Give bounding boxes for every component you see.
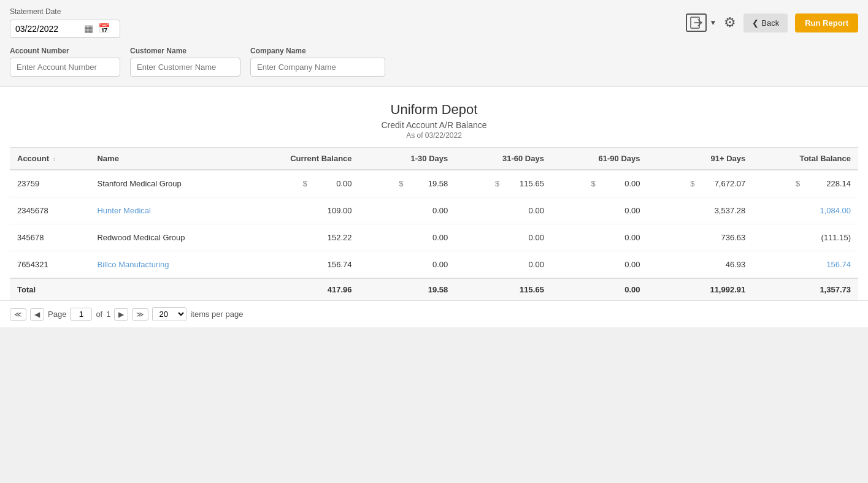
col-61-90-label: 61-90 Days xyxy=(599,154,640,163)
account-number-label: Account Number xyxy=(10,47,120,55)
statement-date-label: Statement Date xyxy=(10,7,120,16)
col-91-plus-days[interactable]: 91+ Days xyxy=(648,148,753,170)
col-1-30-days[interactable]: 1-30 Days xyxy=(359,148,456,170)
col-current-balance[interactable]: Current Balance xyxy=(244,148,359,170)
customer-name-input[interactable] xyxy=(130,58,240,77)
cell-total-balance: 156.74 xyxy=(753,251,858,279)
total-61-90: 0.00 xyxy=(551,278,648,300)
cell-total-balance: 1,084.00 xyxy=(753,197,858,224)
cell-31-60-days: 0.00 xyxy=(455,197,551,224)
back-button[interactable]: ❮ Back xyxy=(743,13,788,32)
cell-account: 345678 xyxy=(10,224,90,251)
total-current-balance: 417.96 xyxy=(244,278,359,300)
report-area: Uniform Depot Credit Account A/R Balance… xyxy=(0,87,868,327)
of-label: of xyxy=(96,310,102,319)
table-row: 345678Redwood Medical Group152.220.000.0… xyxy=(10,224,858,251)
customer-name-group: Customer Name xyxy=(130,47,240,77)
last-page-button[interactable]: ≫ xyxy=(132,308,148,321)
col-name[interactable]: Name xyxy=(90,148,244,170)
report-subtitle: Credit Account A/R Balance xyxy=(0,120,868,130)
cell-1-30-days: 0.00 xyxy=(359,197,456,224)
col-91-plus-label: 91+ Days xyxy=(711,154,746,163)
report-title: Uniform Depot xyxy=(0,102,868,118)
col-account[interactable]: Account ↕ xyxy=(10,148,90,170)
page-total: 1 xyxy=(106,310,110,319)
table-row: 2345678Hunter Medical109.000.000.000.003… xyxy=(10,197,858,224)
calendar-icon-btn[interactable]: ▦ xyxy=(83,24,94,34)
cell-1-30-days: 0.00 xyxy=(359,224,456,251)
col-31-60-label: 31-60 Days xyxy=(502,154,544,163)
table-container: Account ↕ Name Current Balance 1-30 Days… xyxy=(0,147,868,300)
calendar-picker-icon: 📅 xyxy=(98,23,110,34)
next-page-button[interactable]: ▶ xyxy=(114,308,128,321)
cell-total-balance: $228.14 xyxy=(753,170,858,197)
report-header: Uniform Depot Credit Account A/R Balance… xyxy=(0,87,868,147)
company-name-group: Company Name xyxy=(250,47,385,77)
export-svg xyxy=(689,16,703,29)
items-per-page-label: items per page xyxy=(190,310,243,319)
settings-button[interactable]: ⚙ xyxy=(724,15,736,31)
cell-91-plus-days: 736.63 xyxy=(648,224,753,251)
cell-name[interactable]: Hunter Medical xyxy=(90,197,244,224)
cell-account: 7654321 xyxy=(10,251,90,279)
customer-name-label: Customer Name xyxy=(130,47,240,55)
account-number-input[interactable] xyxy=(10,58,120,77)
company-name-input[interactable] xyxy=(250,58,385,77)
run-report-label: Run Report xyxy=(805,18,848,28)
first-page-button[interactable]: ≪ xyxy=(10,308,26,321)
cell-current-balance: 156.74 xyxy=(244,251,359,279)
report-date: As of 03/22/2022 xyxy=(0,131,868,140)
ar-balance-table: Account ↕ Name Current Balance 1-30 Days… xyxy=(10,147,858,300)
account-sort-icon: ↕ xyxy=(53,156,56,162)
cell-91-plus-days: 46.93 xyxy=(648,251,753,279)
cell-1-30-days: 0.00 xyxy=(359,251,456,279)
date-icons: ▦ 📅 xyxy=(83,24,112,34)
cell-account: 23759 xyxy=(10,170,90,197)
calendar-picker-btn[interactable]: 📅 xyxy=(97,24,112,34)
cell-61-90-days: 0.00 xyxy=(551,224,648,251)
export-icon xyxy=(686,13,707,32)
cell-name: Stanford Medical Group xyxy=(90,170,244,197)
cell-61-90-days: 0.00 xyxy=(551,251,648,279)
top-bar: Statement Date ▦ 📅 xyxy=(0,0,868,87)
col-name-label: Name xyxy=(97,154,118,163)
cell-name: Redwood Medical Group xyxy=(90,224,244,251)
cell-account: 2345678 xyxy=(10,197,90,224)
company-name-label: Company Name xyxy=(250,47,385,55)
totals-row: Total 417.96 19.58 115.65 0.00 11,992.91… xyxy=(10,278,858,300)
page-label: Page xyxy=(48,310,66,319)
page-number-input[interactable] xyxy=(70,308,92,321)
total-31-60: 115.65 xyxy=(455,278,551,300)
run-report-button[interactable]: Run Report xyxy=(795,13,858,32)
cell-total-balance: (111.15) xyxy=(753,224,858,251)
cell-91-plus-days: $7,672.07 xyxy=(648,170,753,197)
cell-91-plus-days: 3,537.28 xyxy=(648,197,753,224)
table-row: 23759Stanford Medical Group$0.00$19.58$1… xyxy=(10,170,858,197)
back-button-label: Back xyxy=(761,18,779,28)
prev-page-button[interactable]: ◀ xyxy=(30,308,44,321)
col-61-90-days[interactable]: 61-90 Days xyxy=(551,148,648,170)
account-number-group: Account Number xyxy=(10,47,120,77)
col-1-30-label: 1-30 Days xyxy=(411,154,448,163)
cell-current-balance: 152.22 xyxy=(244,224,359,251)
export-button[interactable]: ▼ xyxy=(686,13,716,32)
col-total-balance-label: Total Balance xyxy=(799,154,851,163)
export-dropdown-arrow: ▼ xyxy=(709,18,716,27)
cell-61-90-days: $0.00 xyxy=(551,170,648,197)
calendar-icon: ▦ xyxy=(84,23,93,34)
statement-date-input[interactable] xyxy=(15,24,83,34)
cell-31-60-days: $115.65 xyxy=(455,170,551,197)
table-row: 7654321Billco Manufacturing156.740.000.0… xyxy=(10,251,858,279)
col-current-balance-label: Current Balance xyxy=(290,154,351,163)
pagination-bar: ≪ ◀ Page of 1 ▶ ≫ 10 20 50 100 items per… xyxy=(0,300,868,327)
col-total-balance[interactable]: Total Balance xyxy=(753,148,858,170)
date-input-wrapper: ▦ 📅 xyxy=(10,20,120,38)
date-section: Statement Date ▦ 📅 xyxy=(10,7,120,38)
total-1-30: 19.58 xyxy=(359,278,456,300)
total-91-plus: 11,992.91 xyxy=(648,278,753,300)
cell-name[interactable]: Billco Manufacturing xyxy=(90,251,244,279)
col-31-60-days[interactable]: 31-60 Days xyxy=(455,148,551,170)
per-page-select[interactable]: 10 20 50 100 xyxy=(152,307,186,321)
cell-31-60-days: 0.00 xyxy=(455,251,551,279)
cell-current-balance: $0.00 xyxy=(244,170,359,197)
